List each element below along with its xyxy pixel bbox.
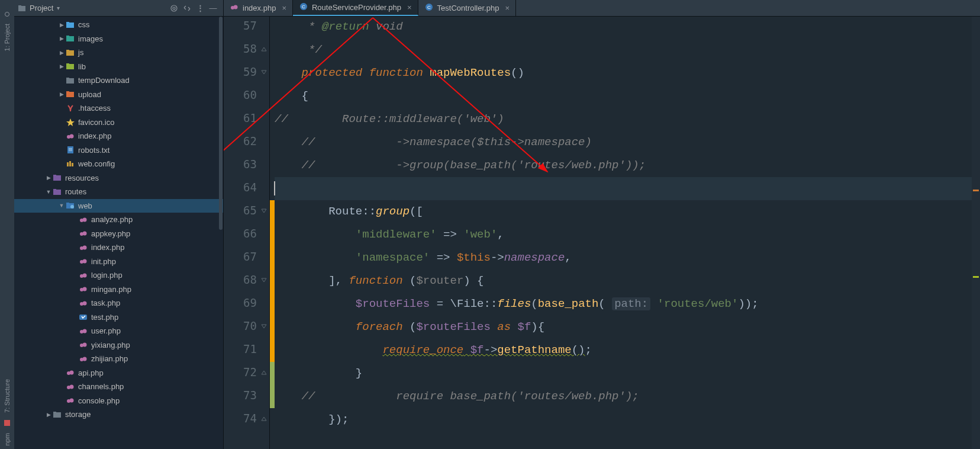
line-number[interactable]: 64 xyxy=(224,181,257,194)
code-line[interactable]: $routeFiles = \File::files(base_path( pa… xyxy=(275,293,972,316)
expand-arrow-icon[interactable]: ▶ xyxy=(58,50,65,56)
tree-node[interactable]: appkey.php xyxy=(14,227,223,241)
expand-arrow-icon[interactable]: ▶ xyxy=(45,175,52,181)
code-line[interactable]: protected function mapWebRoutes() xyxy=(275,62,972,85)
expand-arrow-icon[interactable]: ▶ xyxy=(58,36,65,41)
tree-node[interactable]: zhijian.php xyxy=(14,352,223,366)
line-number[interactable]: 58 xyxy=(224,42,257,55)
code-line[interactable]: require_once $f->getPathname(); xyxy=(275,339,972,362)
tree-node[interactable]: channels.php xyxy=(14,380,223,394)
tree-node[interactable]: task.php xyxy=(14,296,223,310)
code-line[interactable]: * @return void xyxy=(275,17,972,39)
tree-scrollbar[interactable] xyxy=(218,17,223,449)
warning-mark[interactable] xyxy=(973,276,979,278)
line-number[interactable]: 66 xyxy=(224,227,257,240)
more-icon[interactable]: ⋮ xyxy=(194,2,207,15)
code-line[interactable]: }); xyxy=(275,408,972,431)
tree-node[interactable]: ▶upload xyxy=(14,88,223,102)
tree-node[interactable]: test.php xyxy=(14,310,223,325)
tree-node[interactable]: login.php xyxy=(14,268,223,283)
line-number[interactable]: 68 xyxy=(224,273,257,286)
code-line[interactable] xyxy=(275,177,972,200)
code-line[interactable]: 'namespace' => $this->namespace, xyxy=(275,246,972,270)
tree-node[interactable]: init.php xyxy=(14,255,223,269)
tree-node[interactable]: index.php xyxy=(14,129,223,143)
fold-icon[interactable] xyxy=(260,369,269,377)
fold-icon[interactable] xyxy=(260,415,269,424)
tree-node[interactable]: ▶js xyxy=(14,46,223,60)
fold-icon[interactable] xyxy=(260,46,269,54)
tree-node[interactable]: yixiang.php xyxy=(14,338,223,352)
line-number[interactable]: 67 xyxy=(224,250,257,263)
tree-node[interactable]: user.php xyxy=(14,324,223,338)
code-line[interactable]: ], function ($router) { xyxy=(275,270,972,293)
code-line[interactable]: } xyxy=(275,362,972,385)
editor-scrollbar[interactable] xyxy=(972,17,980,449)
fold-icon[interactable] xyxy=(260,207,269,216)
expand-arrow-icon[interactable]: ▶ xyxy=(58,63,65,69)
code-area[interactable]: 575859606162636465666768697071727374 * @… xyxy=(224,17,980,449)
tree-node[interactable]: favicon.ico xyxy=(14,116,223,130)
tool-tab-npm[interactable]: npm xyxy=(4,429,11,449)
scroll-thumb[interactable] xyxy=(219,17,223,230)
tree-node[interactable]: ▶css xyxy=(14,18,223,32)
tree-node[interactable]: index.php xyxy=(14,240,223,255)
fold-icon[interactable] xyxy=(260,323,269,331)
tree-node[interactable]: ▶storage xyxy=(14,408,223,422)
close-icon[interactable]: × xyxy=(279,4,286,12)
code-line[interactable]: foreach ($routeFiles as $f){ xyxy=(275,316,972,339)
line-number[interactable]: 61 xyxy=(224,111,257,124)
code-line[interactable]: // ->group(base_path('routes/web.php')); xyxy=(275,154,972,177)
tree-node[interactable]: ▶images xyxy=(14,32,223,46)
line-number[interactable]: 65 xyxy=(224,204,257,217)
expand-arrow-icon[interactable]: ▼ xyxy=(45,189,52,195)
tree-node[interactable]: .htaccess xyxy=(14,101,223,116)
editor-tab[interactable]: index.php× xyxy=(224,0,293,16)
close-icon[interactable]: × xyxy=(405,3,412,12)
fold-icon[interactable] xyxy=(260,69,269,77)
tree-node[interactable]: console.php xyxy=(14,394,223,408)
code-content[interactable]: * @return void */ protected function map… xyxy=(275,17,972,449)
line-number[interactable]: 69 xyxy=(224,296,257,309)
line-number[interactable]: 71 xyxy=(224,342,257,355)
minimize-icon[interactable]: — xyxy=(207,2,220,15)
expand-arrow-icon[interactable]: ▶ xyxy=(45,412,52,418)
tree-node[interactable]: web.config xyxy=(14,157,223,171)
tree-node[interactable]: ▼web xyxy=(14,199,223,213)
code-line[interactable]: // Route::middleware('web') xyxy=(275,108,972,131)
code-line[interactable]: Route::group([ xyxy=(275,200,972,223)
line-number[interactable]: 73 xyxy=(224,389,257,402)
line-number[interactable]: 72 xyxy=(224,365,257,379)
expand-arrow-icon[interactable]: ▼ xyxy=(58,203,65,209)
tree-node[interactable]: ▶lib xyxy=(14,60,223,74)
collapse-icon[interactable] xyxy=(180,2,194,15)
tree-node[interactable]: tempDownload xyxy=(14,73,223,88)
error-mark[interactable] xyxy=(973,190,979,191)
tree-node[interactable]: ▼routes xyxy=(14,185,223,199)
code-line[interactable]: 'middleware' => 'web', xyxy=(275,223,972,246)
editor-tab[interactable]: CTestController.php× xyxy=(418,0,516,16)
line-number[interactable]: 74 xyxy=(224,412,257,425)
close-icon[interactable]: × xyxy=(502,4,510,12)
line-number[interactable]: 63 xyxy=(224,158,257,171)
tree-node[interactable]: api.php xyxy=(14,366,223,380)
line-number[interactable]: 59 xyxy=(224,65,257,78)
project-tree[interactable]: ▶css▶images▶js▶libtempDownload▶upload.ht… xyxy=(14,17,223,449)
expand-arrow-icon[interactable]: ▶ xyxy=(58,91,65,97)
fold-icon[interactable] xyxy=(260,277,269,285)
code-line[interactable]: { xyxy=(275,85,972,108)
target-icon[interactable] xyxy=(167,2,180,15)
expand-arrow-icon[interactable]: ▶ xyxy=(58,22,65,28)
tree-node[interactable]: robots.txt xyxy=(14,143,223,158)
project-title[interactable]: Project ▾ xyxy=(18,4,60,12)
line-number[interactable]: 62 xyxy=(224,134,257,147)
tree-node[interactable]: mingan.php xyxy=(14,283,223,297)
gutter[interactable]: 575859606162636465666768697071727374 xyxy=(224,17,270,449)
line-number[interactable]: 57 xyxy=(224,19,257,32)
editor-tab[interactable]: CRouteServiceProvider.php× xyxy=(293,0,418,16)
code-line[interactable]: // require base_path('routes/web.php'); xyxy=(275,385,972,408)
line-number[interactable]: 70 xyxy=(224,319,257,332)
tree-node[interactable]: analyze.php xyxy=(14,213,223,227)
tool-tab-project[interactable]: 1: Project xyxy=(4,20,11,54)
line-number[interactable]: 60 xyxy=(224,88,257,101)
